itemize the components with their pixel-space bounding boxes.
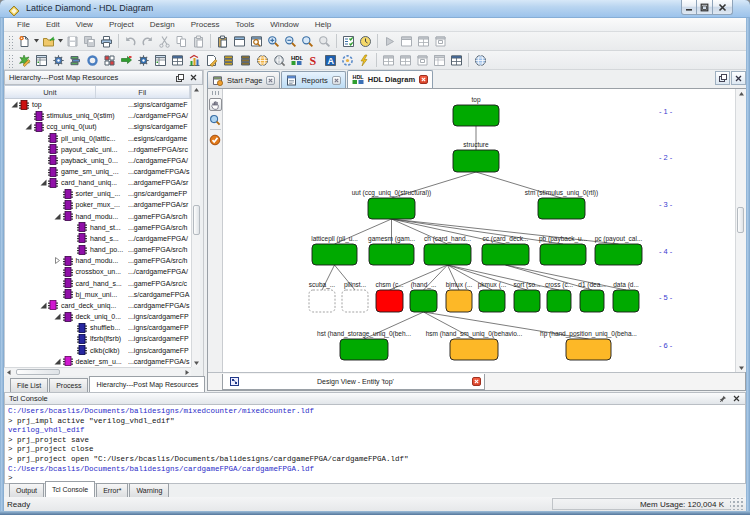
new-design-icon[interactable] [16,52,33,69]
scroll-up-icon[interactable] [192,85,200,94]
tcl-console-output[interactable]: C:/Users/bcaslis/Documents/balidesigns/m… [4,405,746,484]
tab-close-icon[interactable] [266,76,275,85]
pan-tool-icon[interactable] [209,98,222,111]
tree-row[interactable]: crossbox_un....../cardgameFPGA/ [5,266,191,277]
zoom-in-icon[interactable] [265,33,282,50]
chart-icon[interactable] [186,52,203,69]
diagram-node-hst[interactable] [340,339,388,360]
scroll-thumb[interactable] [193,205,200,235]
diagram-node-hand[interactable] [410,290,437,312]
column-header-unit[interactable]: Unit [5,86,96,98]
diagram-node-cc[interactable] [482,244,529,265]
scroll-thumb[interactable] [737,207,744,233]
ip-express-icon[interactable] [254,52,271,69]
paste-icon[interactable] [190,33,207,50]
tree-row[interactable]: sorter_uniq_......gns/cardgameFP [5,188,191,199]
toolstrip-grip[interactable] [211,91,220,95]
diagram-node-structure[interactable] [453,150,499,172]
tree-row[interactable]: game_sm_uniq_......cardgameFPGA/s [5,166,191,177]
tree-row[interactable]: poker_mux_......ardgameFPGA/sr [5,199,191,210]
find-in-files-icon[interactable] [248,33,265,50]
cascade-icon[interactable] [414,52,431,69]
new-file-icon[interactable] [16,33,33,50]
power-calc-icon[interactable] [356,52,373,69]
tree-row[interactable]: hand_po......gameFPGA/src/h [5,244,191,255]
toolbar-grip[interactable] [7,34,14,49]
tree-expand-icon[interactable] [38,179,48,186]
spreadsheet-view-icon[interactable] [33,52,50,69]
scroll-right-icon[interactable] [182,368,191,376]
menu-help[interactable]: Help [307,18,339,32]
tree-row[interactable]: pll_uniq_0(lattic......esigns/cardgame [5,132,191,143]
tree-expand-icon[interactable] [53,313,63,320]
menu-file[interactable]: File [9,18,38,32]
tree-row[interactable]: hand_st......gameFPGA/src/h [5,222,191,233]
tree-row[interactable]: ccg_uniq_0(uut)...signs/cardgameF [5,121,191,132]
menu-tools[interactable]: Tools [228,18,263,32]
menu-edit[interactable]: Edit [38,18,68,32]
tree-expand-icon[interactable] [24,123,34,130]
tree-expand-icon[interactable] [38,302,48,309]
device-view-icon[interactable] [67,52,84,69]
scroll-up-icon[interactable] [736,89,746,98]
tree-row[interactable]: hand_modu......gameFPGA/src/h [5,211,191,222]
netlist-view-icon[interactable] [84,52,101,69]
tree-expand-icon[interactable] [53,213,63,220]
tree-row[interactable]: payback_uniq_0....../cardgameFPGA/ [5,155,191,166]
diagram-node-hsm[interactable] [450,339,498,360]
zoom-area-icon[interactable] [299,33,316,50]
paste-special-icon[interactable] [214,33,231,50]
canvas-vertical-scrollbar[interactable] [735,89,746,372]
memory-icon[interactable] [220,52,237,69]
editor-window-icon[interactable] [231,33,248,50]
diagram-node-data[interactable] [613,290,639,312]
new-file-icon-dropdown[interactable] [33,33,40,50]
toolbar-grip[interactable] [7,53,14,68]
web-browser-icon[interactable] [472,52,489,69]
tree-row[interactable]: deck_uniq_0......igns/cardgameFP [5,311,191,322]
tree-expand-icon[interactable] [53,358,63,365]
tab-close-icon[interactable] [332,76,341,85]
tree-column-headers[interactable]: UnitFil [4,85,191,99]
active-hdl-icon[interactable]: A [322,52,339,69]
tree-row[interactable]: hand_modu......gameFPGA/src/h [5,255,191,266]
zoom-fit-icon[interactable] [316,33,333,50]
menu-window[interactable]: Window [262,18,306,32]
diagram-node-scuba[interactable] [309,290,335,312]
diagram-node-gamesm[interactable] [369,244,414,265]
diagram-node-hp[interactable] [566,339,611,360]
tree-row[interactable]: card_hand_uniq......ardgameFPGA/sr [5,177,191,188]
map-icon[interactable] [135,52,152,69]
tile-left-icon[interactable] [380,52,397,69]
report-edit-icon[interactable] [203,52,220,69]
close-icon[interactable] [731,394,741,404]
layout-1-icon[interactable] [398,33,415,50]
zoom-tool-icon[interactable] [209,113,222,126]
output-tab-warning[interactable]: Warning [129,483,169,497]
timing-icon[interactable] [357,33,374,50]
menu-view[interactable]: View [68,18,101,32]
run-icon[interactable] [381,33,398,50]
package-view-icon[interactable] [50,52,67,69]
scroll-left-icon[interactable] [4,368,13,376]
synplify-icon[interactable]: S [305,52,322,69]
save-icon[interactable] [64,33,81,50]
document-tab-start-page[interactable]: Start Page [207,71,280,88]
layout-2-icon[interactable] [415,33,432,50]
diagram-node-uut[interactable] [368,198,415,219]
minimize-button[interactable] [681,0,697,15]
scroll-down-icon[interactable] [736,363,746,372]
tree-row[interactable]: lfsrb(lfsrb)...igns/cardgameFP [5,333,191,344]
diagram-node-chsm[interactable] [376,290,403,312]
dock-tab-hierarchy-post-map-resources[interactable]: Hierarchy---Post Map Resources [89,376,205,392]
check-tool-icon[interactable] [209,133,222,146]
scroll-down-icon[interactable] [192,358,200,367]
zoom-out-icon[interactable] [282,33,299,50]
document-tab-reports[interactable]: Reports [281,71,345,88]
tree-expand-icon[interactable] [53,257,63,264]
open-file-icon-dropdown[interactable] [57,33,64,50]
tree-horizontal-scrollbar[interactable] [4,367,191,376]
diagram-node-ch[interactable] [424,244,471,265]
dock-tab-process[interactable]: Process [49,378,88,392]
output-tab-output[interactable]: Output [9,483,44,497]
